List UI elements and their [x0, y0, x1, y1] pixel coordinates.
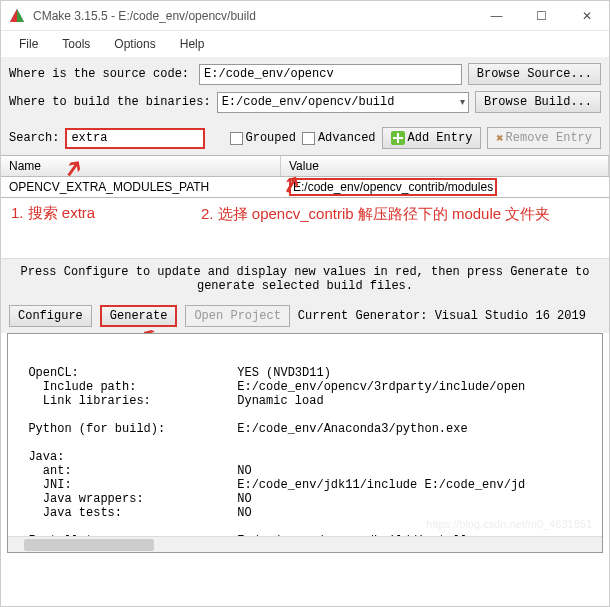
menu-file[interactable]: File [9, 33, 48, 55]
add-entry-button[interactable]: Add Entry [382, 127, 482, 149]
build-label: Where to build the binaries: [9, 95, 211, 109]
build-path-combo[interactable] [217, 92, 469, 113]
title-bar: CMake 3.15.5 - E:/code_env/opencv/build … [1, 1, 609, 31]
svg-marker-1 [10, 9, 17, 22]
config-table: Name Value OPENCV_EXTRA_MODULES_PATH E:/… [1, 155, 609, 198]
menu-tools[interactable]: Tools [52, 33, 100, 55]
generate-button[interactable]: Generate [100, 305, 178, 327]
search-input[interactable] [65, 128, 205, 149]
row-name: OPENCV_EXTRA_MODULES_PATH [9, 180, 289, 194]
annotation-2: 2. 选择 opencv_contrib 解压路径下的 module 文件夹 [201, 204, 581, 224]
browse-build-button[interactable]: Browse Build... [475, 91, 601, 113]
col-value-header[interactable]: Value [281, 156, 609, 176]
menu-options[interactable]: Options [104, 33, 165, 55]
plus-icon [391, 131, 405, 145]
maximize-button[interactable]: ☐ [519, 1, 564, 31]
watermark: https://blog.csdn.net/m0_4631851 [426, 518, 592, 530]
hint-text: Press Configure to update and display ne… [1, 258, 609, 299]
menu-bar: File Tools Options Help [1, 31, 609, 57]
window-title: CMake 3.15.5 - E:/code_env/opencv/build [33, 9, 256, 23]
output-log[interactable]: OpenCL: YES (NVD3D11) Include path: E:/c… [7, 333, 603, 553]
source-label: Where is the source code: [9, 67, 189, 81]
close-button[interactable]: ✕ [564, 1, 609, 31]
advanced-checkbox[interactable]: Advanced [302, 131, 376, 145]
grouped-checkbox[interactable]: Grouped [230, 131, 296, 145]
horizontal-scrollbar[interactable] [8, 536, 602, 552]
menu-help[interactable]: Help [170, 33, 215, 55]
source-path-input[interactable] [199, 64, 462, 85]
row-value: E:/code_env/opencv_contrib/modules [289, 180, 601, 194]
minimize-button[interactable]: — [474, 1, 519, 31]
current-generator-label: Current Generator: Visual Studio 16 2019 [298, 309, 586, 323]
remove-entry-button[interactable]: ✖ Remove Entry [487, 127, 601, 149]
browse-source-button[interactable]: Browse Source... [468, 63, 601, 85]
scrollbar-thumb[interactable] [24, 539, 154, 551]
open-project-button[interactable]: Open Project [185, 305, 289, 327]
svg-marker-2 [17, 9, 24, 22]
annotation-1: 1. 搜索 extra [11, 204, 95, 223]
x-icon: ✖ [496, 131, 503, 146]
search-label: Search: [9, 131, 59, 145]
configure-button[interactable]: Configure [9, 305, 92, 327]
app-icon [9, 8, 25, 24]
col-name-header[interactable]: Name [1, 156, 281, 176]
